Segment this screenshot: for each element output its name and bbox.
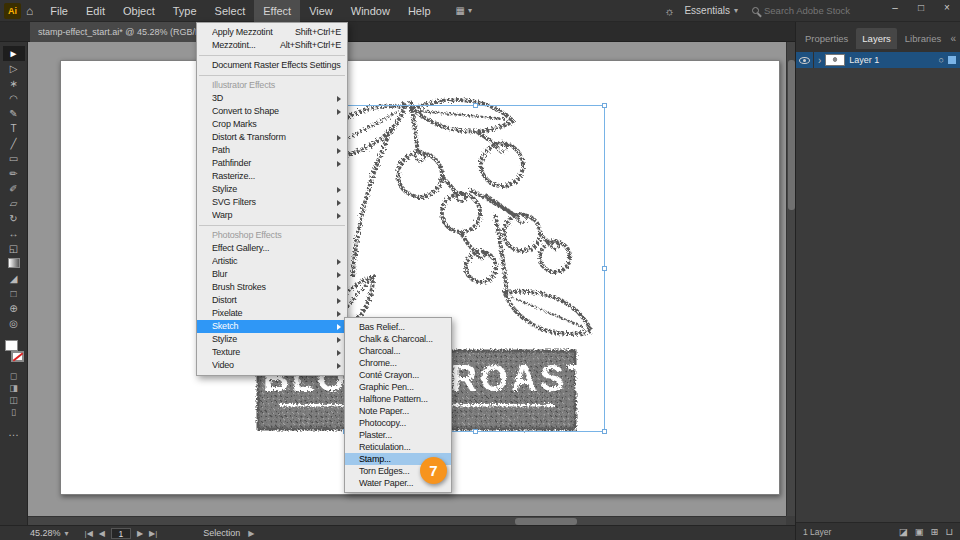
menu-item-rasterize[interactable]: Rasterize... bbox=[197, 170, 347, 183]
menu-item-pixelate[interactable]: Pixelate bbox=[197, 307, 347, 320]
submenu-item-charcoal[interactable]: Charcoal... bbox=[345, 345, 451, 357]
selection-handle[interactable] bbox=[473, 429, 478, 434]
selection-tool-icon[interactable]: ► bbox=[3, 46, 25, 61]
submenu-item-reticulation[interactable]: Reticulation... bbox=[345, 441, 451, 453]
magic-wand-tool-icon[interactable]: ∗ bbox=[3, 76, 25, 91]
fill-swatch[interactable] bbox=[5, 340, 18, 351]
next-artboard-icon[interactable]: ▶ bbox=[137, 529, 143, 538]
tab-properties[interactable]: Properties bbox=[799, 28, 854, 49]
screen-mode-icon[interactable]: ▯ bbox=[11, 407, 16, 418]
direct-selection-tool-icon[interactable]: ▷ bbox=[3, 61, 25, 76]
submenu-item-chalk-and-charcoal[interactable]: Chalk & Charcoal... bbox=[345, 333, 451, 345]
edit-toolbar-icon[interactable]: … bbox=[8, 426, 19, 438]
draw-behind-mode-icon[interactable]: ◨ bbox=[9, 383, 18, 394]
stroke-swatch[interactable] bbox=[11, 351, 24, 362]
selection-handle[interactable] bbox=[602, 429, 607, 434]
submenu-item-note-paper[interactable]: Note Paper... bbox=[345, 405, 451, 417]
menu-item-distort-and-transform[interactable]: Distort & Transform bbox=[197, 131, 347, 144]
menu-window[interactable]: Window bbox=[342, 0, 399, 22]
eraser-tool-icon[interactable]: ▱ bbox=[3, 196, 25, 211]
menu-effect[interactable]: Effect bbox=[254, 0, 300, 22]
submenu-item-halftone-pattern[interactable]: Halftone Pattern... bbox=[345, 393, 451, 405]
menu-item-video[interactable]: Video bbox=[197, 359, 347, 372]
draw-inside-mode-icon[interactable]: ◫ bbox=[9, 395, 18, 406]
menu-item-pathfinder[interactable]: Pathfinder bbox=[197, 157, 347, 170]
delete-layer-icon[interactable]: ⊔ bbox=[946, 526, 953, 537]
menu-item-texture[interactable]: Texture bbox=[197, 346, 347, 359]
tab-layers[interactable]: Layers bbox=[856, 28, 897, 49]
menu-item-stylize-illustrator[interactable]: Stylize bbox=[197, 183, 347, 196]
rotate-tool-icon[interactable]: ↻ bbox=[3, 211, 25, 226]
paintbrush-tool-icon[interactable]: ✏ bbox=[3, 166, 25, 181]
menu-item-distort[interactable]: Distort bbox=[197, 294, 347, 307]
home-icon[interactable]: ⌂ bbox=[26, 4, 33, 18]
visibility-cell[interactable] bbox=[796, 52, 814, 68]
layer-row[interactable]: › Layer 1 ○ bbox=[796, 52, 960, 68]
menu-item-effect-gallery[interactable]: Effect Gallery... bbox=[197, 242, 347, 255]
pencil-tool-icon[interactable]: ✐ bbox=[3, 181, 25, 196]
expand-layer-icon[interactable]: › bbox=[818, 55, 821, 66]
submenu-item-photocopy[interactable]: Photocopy... bbox=[345, 417, 451, 429]
zoom-tool-icon[interactable]: ◎ bbox=[3, 316, 25, 331]
menu-item-crop-marks[interactable]: Crop Marks bbox=[197, 118, 347, 131]
arrange-documents-button[interactable]: ▦ ▾ bbox=[456, 5, 472, 16]
submenu-item-graphic-pen[interactable]: Graphic Pen... bbox=[345, 381, 451, 393]
line-segment-tool-icon[interactable]: ╱ bbox=[3, 136, 25, 151]
menu-view[interactable]: View bbox=[300, 0, 342, 22]
menu-item-stylize-photoshop[interactable]: Stylize bbox=[197, 333, 347, 346]
menu-item-3d[interactable]: 3D bbox=[197, 92, 347, 105]
artboard-number-field[interactable]: 1 bbox=[111, 528, 131, 539]
submenu-item-plaster[interactable]: Plaster... bbox=[345, 429, 451, 441]
menu-item-convert-to-shape[interactable]: Convert to Shape bbox=[197, 105, 347, 118]
submenu-item-conte-crayon[interactable]: Conté Crayon... bbox=[345, 369, 451, 381]
collapse-panels-icon[interactable]: « bbox=[950, 33, 956, 49]
pen-tool-icon[interactable]: ✎ bbox=[3, 106, 25, 121]
lightbulb-icon[interactable]: ☼ bbox=[664, 5, 674, 17]
layer-target-icon[interactable]: ○ bbox=[939, 55, 944, 65]
shape-builder-tool-icon[interactable]: ◱ bbox=[3, 241, 25, 256]
selection-handle[interactable] bbox=[602, 103, 607, 108]
maximize-button[interactable]: □ bbox=[908, 0, 934, 18]
menu-item-apply-mezzotint[interactable]: Apply Mezzotint Shift+Ctrl+E bbox=[197, 26, 347, 39]
vertical-scrollbar-thumb[interactable] bbox=[788, 60, 795, 210]
close-button[interactable]: × bbox=[934, 0, 960, 18]
horizontal-scrollbar-thumb[interactable] bbox=[515, 518, 577, 525]
make-clipping-mask-icon[interactable]: ◪ bbox=[899, 526, 908, 537]
menu-type[interactable]: Type bbox=[164, 0, 206, 22]
menu-item-svg-filters[interactable]: SVG Filters bbox=[197, 196, 347, 209]
new-sublayer-icon[interactable]: ▣ bbox=[915, 526, 924, 537]
artboard-tool-icon[interactable]: □ bbox=[3, 286, 25, 301]
lasso-tool-icon[interactable]: ◠ bbox=[3, 91, 25, 106]
menu-item-mezzotint[interactable]: Mezzotint... Alt+Shift+Ctrl+E bbox=[197, 39, 347, 52]
status-display[interactable]: Selection ▶ bbox=[203, 528, 254, 538]
previous-artboard-icon[interactable]: ◀ bbox=[99, 529, 105, 538]
menu-file[interactable]: File bbox=[41, 0, 77, 22]
menu-edit[interactable]: Edit bbox=[77, 0, 114, 22]
type-tool-icon[interactable]: T bbox=[3, 121, 25, 136]
search-input[interactable] bbox=[764, 5, 868, 16]
menu-help[interactable]: Help bbox=[399, 0, 440, 22]
submenu-item-chrome[interactable]: Chrome... bbox=[345, 357, 451, 369]
draw-normal-mode-icon[interactable]: ◻ bbox=[10, 371, 17, 382]
hand-tool-icon[interactable]: ⊕ bbox=[3, 301, 25, 316]
menu-item-path[interactable]: Path bbox=[197, 144, 347, 157]
tab-libraries[interactable]: Libraries bbox=[899, 28, 947, 49]
menu-object[interactable]: Object bbox=[114, 0, 164, 22]
menu-item-brush-strokes[interactable]: Brush Strokes bbox=[197, 281, 347, 294]
vertical-scrollbar[interactable] bbox=[786, 42, 795, 516]
gradient-tool-icon[interactable] bbox=[8, 258, 20, 268]
scale-tool-icon[interactable]: ↔ bbox=[3, 226, 25, 241]
menu-item-sketch[interactable]: Sketch bbox=[197, 320, 347, 333]
zoom-level-control[interactable]: 45.28% ▾ bbox=[30, 528, 69, 538]
selection-handle[interactable] bbox=[602, 266, 607, 271]
minimize-button[interactable]: – bbox=[882, 0, 908, 18]
selection-handle[interactable] bbox=[473, 103, 478, 108]
horizontal-scrollbar[interactable] bbox=[28, 516, 786, 525]
new-layer-icon[interactable]: ⊞ bbox=[931, 526, 939, 537]
menu-select[interactable]: Select bbox=[206, 0, 255, 22]
submenu-item-bas-relief[interactable]: Bas Relief... bbox=[345, 321, 451, 333]
rectangle-tool-icon[interactable]: ▭ bbox=[3, 151, 25, 166]
menu-item-artistic[interactable]: Artistic bbox=[197, 255, 347, 268]
menu-item-blur[interactable]: Blur bbox=[197, 268, 347, 281]
last-artboard-icon[interactable]: ▶| bbox=[149, 529, 157, 538]
